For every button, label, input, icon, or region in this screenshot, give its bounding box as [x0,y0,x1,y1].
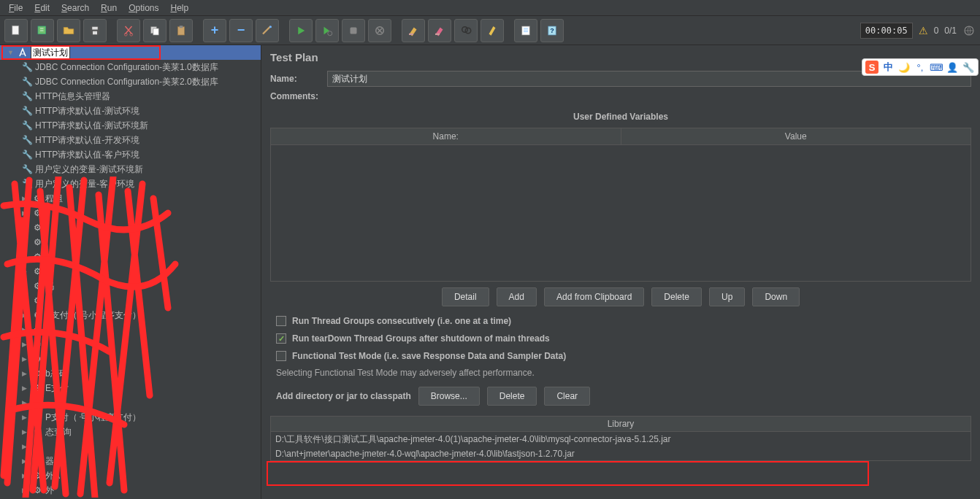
save-button[interactable] [83,19,107,42]
tree-item[interactable]: 🔧JDBC Connection Configuration-美莱2.0数据库 [0,74,261,89]
consecutive-checkbox[interactable] [276,316,286,326]
tree-item[interactable]: ▶⚙外 [0,483,261,498]
annotation-highlight [267,461,869,486]
person-icon[interactable]: 👤 [946,61,959,74]
function-helper-button[interactable] [514,19,537,42]
svg-point-11 [269,26,272,28]
clear-button[interactable]: Clear [544,387,590,406]
menu-help[interactable]: Help [165,1,195,15]
collapse-button[interactable]: − [229,19,253,42]
paste-button[interactable] [169,19,193,42]
tree-item[interactable]: ▶⚙ [0,395,261,410]
delete-button[interactable]: Delete [651,287,702,306]
functional-checkbox[interactable] [276,351,286,361]
expand-icon[interactable]: ▼ [7,49,15,56]
settings-icon[interactable]: 🔧 [962,61,975,74]
clear-all-button[interactable] [428,19,451,42]
sogou-icon[interactable]: S [865,61,878,74]
tree-item[interactable]: ▶⚙吗 [0,322,261,337]
clear-button[interactable] [402,19,425,42]
gear-icon: ⚙ [32,383,42,393]
tree-item[interactable]: ▶⚙ [0,352,261,366]
name-label: Name: [270,74,321,84]
tree-item[interactable]: ▶⚙b态码 [0,366,261,381]
warning-icon[interactable]: ⚠ [919,25,928,36]
menu-options[interactable]: Options [123,1,164,15]
start-no-timers-button[interactable] [315,19,339,42]
keyboard-icon[interactable]: ⌨ [930,61,943,74]
tree-item[interactable]: ▶⚙程组 [0,191,261,206]
ime-toolbar[interactable]: S 中 🌙 °, ⌨ 👤 🔧 [862,58,979,76]
delete-jar-button[interactable]: Delete [487,387,537,406]
expand-button[interactable]: + [203,19,226,42]
moon-icon[interactable]: 🌙 [897,61,911,74]
detail-button[interactable]: Detail [442,287,489,306]
gear-icon: ⚙ [32,281,42,291]
library-row[interactable]: D:\工具软件\接口测试工具\apache-jmeter-4.0(1)\apac… [271,432,971,447]
tree-item[interactable]: ▶⚙P支付（ 号小程序支付） [0,410,261,425]
punct-icon[interactable]: °, [914,61,927,74]
reset-search-button[interactable] [481,19,504,42]
tree-item[interactable]: ▶⚙态查询 [0,425,261,439]
tree-item[interactable]: 🔧HTTP请求默认值-测试环境新 [0,118,261,133]
library-row[interactable]: D:\ant+jmeter\apache-jmeter-4.0-wql\apac… [271,447,971,460]
add-button[interactable]: Add [497,287,537,306]
tree-item[interactable]: 🔧HTTP请求默认值-客户环境 [0,147,261,162]
tree-item[interactable]: ▶⚙ [0,250,261,264]
tree-item[interactable]: ▶⚙吗 [0,279,261,293]
new-button[interactable] [4,19,28,42]
tree-item[interactable]: ▶⚙ [0,337,261,352]
variables-table[interactable]: Name: Value [270,128,971,282]
menu-edit[interactable]: Edit [28,1,55,15]
tree-item[interactable]: ▶⚙ [0,235,261,250]
help-button[interactable]: ? [540,19,564,42]
tree-item[interactable]: ▶⚙P支付（ 号小程序支付） [0,308,261,322]
tree-item[interactable]: 🔧HTTP请求默认值-开发环境 [0,133,261,147]
start-button[interactable] [289,19,313,42]
tree-item[interactable]: 🔧用户定义的变量-测试环境新 [0,162,261,177]
menu-search[interactable]: Search [55,1,95,15]
stop-button[interactable] [342,19,365,42]
tree-item[interactable]: 🔧HTTP请求默认值-测试环境 [0,104,261,118]
teardown-checkbox[interactable] [276,333,286,344]
svg-rect-9 [178,26,185,34]
gear-icon: ⚙ [32,252,42,262]
menu-run[interactable]: Run [95,1,123,15]
cut-button[interactable] [117,19,140,42]
tree-item[interactable]: 🔧HTTP信息头管理器 [0,89,261,104]
tree-item[interactable]: ▶⚙ [0,264,261,279]
tree-item[interactable]: ▶⚙ [0,293,261,308]
tree-panel[interactable]: ▼ 测试计划 🔧JDBC Connection Configuration-美莱… [0,45,261,499]
open-button[interactable] [57,19,80,42]
gear-icon: ⚙ [32,223,42,233]
tree-item[interactable]: ▶⚙ [0,439,261,454]
svg-rect-15 [409,33,413,34]
gear-icon: ⚙ [32,354,42,364]
tree-item[interactable]: ▶⚙ [0,206,261,220]
browse-button[interactable]: Browse... [418,387,480,406]
tree-root[interactable]: ▼ 测试计划 [0,45,261,60]
tree-item[interactable]: ▶⚙器 [0,454,261,468]
add-from-clipboard-button[interactable]: Add from Clipboard [544,287,644,306]
gear-icon: ⚙ [32,310,42,320]
templates-button[interactable] [31,19,54,42]
toggle-button[interactable] [256,19,279,42]
search-button[interactable] [454,19,478,42]
tree-item[interactable]: ▶⚙E支付 [0,381,261,395]
library-table[interactable]: Library D:\工具软件\接口测试工具\apache-jmeter-4.0… [270,416,971,461]
down-button[interactable]: Down [752,287,800,306]
tree-item[interactable]: 🔧用户定义的变量-客户环境 [0,177,261,191]
warning-count: 0 [934,26,939,36]
shutdown-button[interactable] [368,19,391,42]
gear-icon: ⚙ [32,485,42,495]
tree-item[interactable]: ▶⚙ [0,220,261,235]
copy-button[interactable] [143,19,166,42]
comments-label: Comments: [270,91,321,101]
ime-lang[interactable]: 中 [881,61,895,74]
config-icon: 🔧 [22,62,32,72]
menu-file[interactable]: File [3,1,28,15]
tree-item[interactable]: ▶⚙外A [0,468,261,483]
functional-hint: Selecting Functional Test Mode may adver… [270,365,971,381]
tree-item[interactable]: 🔧JDBC Connection Configuration-美莱1.0数据库 [0,60,261,74]
up-button[interactable]: Up [709,287,745,306]
